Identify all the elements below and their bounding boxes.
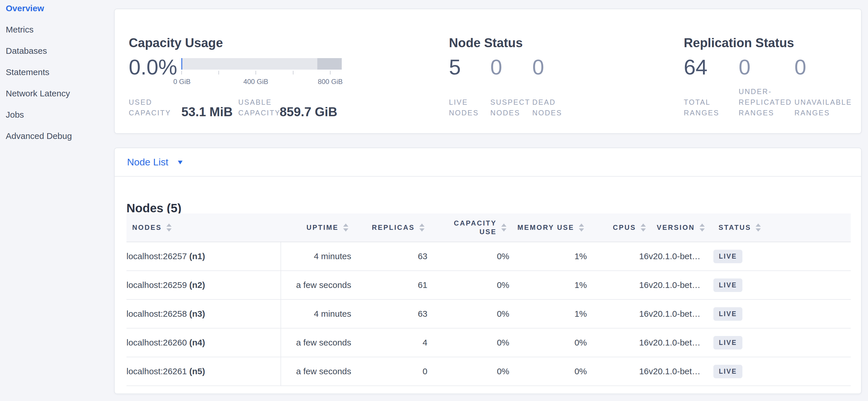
node-list-dropdown[interactable]: Node List ▼ bbox=[115, 148, 861, 177]
status-badge: LIVE bbox=[713, 336, 742, 349]
capacity-bar-reserved-segment bbox=[317, 58, 342, 69]
nodes-section-title: Nodes (5) bbox=[126, 201, 181, 215]
column-header-status[interactable]: STATUS bbox=[713, 213, 851, 242]
nodes-table: NODES UPTIME REPLICAS CAPACITY USE bbox=[126, 213, 851, 386]
sort-icon bbox=[343, 224, 348, 232]
under-replicated-ranges-count: 0 bbox=[739, 53, 750, 82]
axis-label-0gib: 0 GiB bbox=[159, 78, 205, 86]
sort-icon bbox=[641, 224, 646, 232]
capacity-bar-axis: 0 GiB 400 GiB 800 GiB bbox=[181, 71, 342, 94]
column-header-capacity-use[interactable]: CAPACITY USE bbox=[427, 213, 509, 242]
sort-icon bbox=[700, 224, 705, 232]
suspect-nodes-label: SUSPECT NODES bbox=[490, 97, 530, 118]
column-header-nodes[interactable]: NODES bbox=[126, 213, 281, 242]
used-capacity-value: 53.1 MiB bbox=[181, 106, 233, 118]
unavailable-ranges-count: 0 bbox=[795, 53, 806, 82]
sidebar-item-jobs[interactable]: Jobs bbox=[0, 104, 114, 125]
axis-label-400gib: 400 GiB bbox=[233, 78, 279, 86]
axis-tick bbox=[218, 71, 219, 75]
sidebar: Overview Metrics Databases Statements Ne… bbox=[0, 0, 114, 147]
dead-nodes-label: DEAD NODES bbox=[532, 97, 562, 118]
under-replicated-ranges-label: UNDER- REPLICATED RANGES bbox=[739, 86, 792, 118]
sort-icon bbox=[501, 224, 506, 232]
status-badge: LIVE bbox=[713, 250, 742, 263]
sort-icon bbox=[166, 224, 172, 232]
dead-nodes-count: 0 bbox=[532, 53, 544, 82]
replication-status-title: Replication Status bbox=[684, 36, 794, 50]
status-badge: LIVE bbox=[713, 279, 742, 292]
cluster-summary-card: Capacity Usage 0.0% 0 GiB 400 GiB 800 Gi… bbox=[114, 9, 862, 134]
axis-tick bbox=[293, 71, 293, 75]
capacity-percent: 0.0% bbox=[129, 53, 177, 82]
sidebar-item-metrics[interactable]: Metrics bbox=[0, 19, 114, 40]
table-header-row: NODES UPTIME REPLICAS CAPACITY USE bbox=[126, 213, 851, 242]
sort-icon bbox=[755, 224, 761, 232]
sidebar-item-advanced-debug[interactable]: Advanced Debug bbox=[0, 125, 114, 147]
axis-tick bbox=[330, 71, 331, 75]
total-ranges-count: 64 bbox=[684, 53, 707, 82]
table-row-n4[interactable]: localhost:26260 (n4) a few seconds 4 0% … bbox=[126, 328, 851, 357]
axis-label-800gib: 800 GiB bbox=[307, 78, 353, 86]
capacity-bar bbox=[181, 58, 342, 69]
used-capacity-label: USED CAPACITY bbox=[129, 97, 171, 118]
status-badge: LIVE bbox=[713, 365, 742, 378]
live-nodes-count: 5 bbox=[449, 53, 461, 82]
capacity-usage-title: Capacity Usage bbox=[129, 36, 223, 50]
column-header-replicas[interactable]: REPLICAS bbox=[351, 213, 427, 242]
usable-capacity-label: USABLE CAPACITY bbox=[238, 97, 281, 118]
table-row-n3[interactable]: localhost:26258 (n3) 4 minutes 63 0% 1% … bbox=[126, 299, 851, 328]
node-list-card: Node List ▼ Nodes (5) NODES UPTIME bbox=[114, 148, 862, 394]
node-status-title: Node Status bbox=[449, 36, 523, 50]
live-nodes-label: LIVE NODES bbox=[449, 97, 479, 118]
sidebar-item-databases[interactable]: Databases bbox=[0, 40, 114, 62]
axis-tick bbox=[255, 71, 256, 75]
sort-icon bbox=[419, 224, 425, 232]
total-ranges-label: TOTAL RANGES bbox=[684, 97, 719, 118]
usable-capacity-value: 859.7 GiB bbox=[280, 106, 337, 118]
sort-icon bbox=[579, 224, 584, 232]
sidebar-item-overview[interactable]: Overview bbox=[0, 0, 114, 19]
table-row-n1[interactable]: localhost:26257 (n1) 4 minutes 63 0% 1% … bbox=[126, 242, 851, 271]
column-header-memory-use[interactable]: MEMORY USE bbox=[509, 213, 587, 242]
table-row-n2[interactable]: localhost:26259 (n2) a few seconds 61 0%… bbox=[126, 271, 851, 299]
status-badge: LIVE bbox=[713, 307, 742, 321]
chevron-down-icon: ▼ bbox=[176, 159, 184, 166]
node-list-dropdown-label: Node List bbox=[127, 156, 168, 168]
table-row-n5[interactable]: localhost:26261 (n5) a few seconds 0 0% … bbox=[126, 357, 851, 386]
sidebar-item-statements[interactable]: Statements bbox=[0, 62, 114, 83]
capacity-bar-used-segment bbox=[181, 58, 182, 69]
sidebar-item-network-latency[interactable]: Network Latency bbox=[0, 83, 114, 104]
column-header-uptime[interactable]: UPTIME bbox=[281, 213, 351, 242]
suspect-nodes-count: 0 bbox=[490, 53, 502, 82]
column-header-cpus[interactable]: CPUS bbox=[587, 213, 649, 242]
unavailable-ranges-label: UNAVAILABLE RANGES bbox=[795, 97, 852, 118]
axis-tick bbox=[181, 71, 182, 75]
overview-page: Overview Metrics Databases Statements Ne… bbox=[0, 0, 868, 401]
column-header-version[interactable]: VERSION bbox=[649, 213, 713, 242]
